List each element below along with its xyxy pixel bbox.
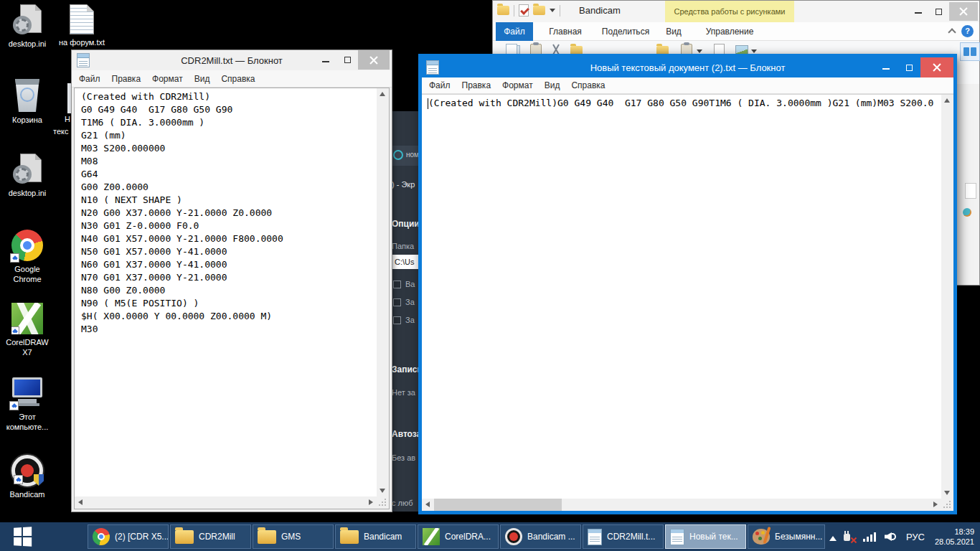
tab-manage[interactable]: Управление [694,22,765,41]
desktop-icon-desktop-ini-1[interactable]: desktop.ini [0,4,55,49]
properties-check-icon[interactable] [519,4,529,17]
notepad2-window: Новый текстовый документ (2).txt — Блокн… [418,54,957,514]
desktop-icon-label: Chrome [13,275,41,283]
help-icon[interactable]: ? [961,25,974,37]
taskbar-item-bandicam-app[interactable]: Bandicam ... [500,524,581,549]
tab-share[interactable]: Поделиться [595,22,656,41]
tab-view[interactable]: Вид [658,22,689,41]
text-file-icon [70,4,94,34]
ribbon-tab-row: Файл Главная Поделиться Вид Управление ? [493,22,979,41]
menu-format[interactable]: Формат [496,78,539,93]
bandicam-record-status: Нет за [392,388,415,397]
network-signal-icon[interactable] [863,532,876,542]
hidden-icon-label-line2: текс [53,127,68,136]
desktop-icon-desktop-ini-2[interactable]: desktop.ini [0,154,55,198]
vertical-scrollbar[interactable] [377,88,389,496]
language-indicator[interactable]: РУС [906,532,925,542]
notepad2-text-area[interactable]: (Created with CDR2Mill)G0 G49 G40 G17 G8… [422,95,941,499]
desktop-icon-this-pc[interactable]: Этот компьюте... [0,377,55,432]
close-button[interactable] [949,2,978,21]
resize-grip[interactable] [941,499,953,511]
vertical-scrollbar[interactable] [941,95,953,499]
menu-view[interactable]: Вид [539,78,566,93]
coreldraw-icon [11,303,43,334]
desktop-icon-google-chrome[interactable]: Google Chrome [0,230,55,284]
clock[interactable]: 18:39 28.05.2021 [935,527,974,547]
bandicam-check3-label: За [405,316,415,324]
taskbar-item-chrome[interactable]: (2) [CDR X5... [88,524,169,549]
shortcut-arrow-icon [11,326,19,334]
folder-icon[interactable] [497,6,509,15]
taskbar-item-notepad-cdr2mill[interactable]: CDR2Mill.t... [583,524,664,549]
minimize-button[interactable] [908,2,928,21]
notepad1-text-area[interactable]: (Created with CDR2Mill) G0 G49 G40 G17 G… [75,88,377,496]
bandicam-home-label: ном [406,151,419,159]
horizontal-scrollbar[interactable] [75,496,377,509]
minimize-button[interactable] [875,57,897,77]
checkbox[interactable] [393,298,401,306]
taskbar-item-notepad-new-active[interactable]: Новый тек... [665,524,746,549]
tab-home[interactable]: Главная [540,22,590,41]
chrome-icon [93,528,110,545]
tray-overflow-icon[interactable] [829,532,837,541]
menu-file[interactable]: Файл [423,78,456,93]
desktop-icon-recycle-bin[interactable]: Корзина [0,79,55,125]
menu-view[interactable]: Вид [189,72,216,86]
windows-logo-icon [14,527,32,546]
bandicam-folder-label: Папка [392,242,414,250]
gear-file-icon [13,4,42,36]
bandicam-autostart-status: Без ав [392,453,415,462]
navigation-pane-icon[interactable] [960,42,980,61]
quick-access-toolbar[interactable] [497,4,560,17]
menu-file[interactable]: Файл [73,72,106,86]
minimize-button[interactable] [315,50,336,70]
scrollbar-thumb[interactable] [434,499,562,511]
maximize-button[interactable] [897,57,920,77]
checkbox[interactable] [393,316,401,324]
horizontal-scrollbar[interactable] [422,499,941,511]
resize-grip[interactable] [377,496,389,509]
close-button[interactable] [358,50,390,70]
system-tray: РУС 18:39 28.05.2021 [829,522,980,551]
notepad1-window: CDR2Mill.txt — Блокнот Файл Правка Форма… [72,50,392,512]
desktop-icon-coreldraw-x7[interactable]: CorelDRAW X7 [0,303,55,357]
checkbox[interactable] [393,281,401,288]
bandicam-home-tab[interactable]: ном [387,146,420,166]
taskbar-item-label: Безымянн... [775,532,822,542]
volume-icon[interactable] [885,532,896,542]
maximize-button[interactable] [928,2,949,21]
menu-help[interactable]: Справка [215,72,260,86]
taskbar-item-folder-cdr2mill[interactable]: CDR2Mill [170,524,251,549]
desktop-icon-na-forum[interactable]: на форум.txt [55,4,109,47]
taskbar-item-label: Bandicam ... [527,532,575,542]
desktop-icon-bandicam[interactable]: Bandicam [0,455,55,499]
taskbar-item-label: (2) [CDR X5... [115,532,168,542]
menu-help[interactable]: Справка [565,78,611,93]
explorer-window-title: Bandicam [579,5,621,16]
taskbar-item-coreldraw[interactable]: CorelDRA... [418,524,499,549]
chrome-icon [11,230,43,261]
start-button[interactable] [0,522,44,551]
taskbar-item-folder-gms[interactable]: GMS [253,524,334,549]
notepad1-title-bar[interactable]: CDR2Mill.txt — Блокнот [72,50,392,70]
qat-dropdown-icon[interactable] [550,9,555,15]
desktop-icon-label: Корзина [0,115,55,125]
notepad2-title-bar[interactable]: Новый текстовый документ (2).txt — Блокн… [422,57,953,77]
menu-format[interactable]: Формат [146,72,189,86]
bandicam-screen-mode-fragment: ) - Экр [392,180,415,189]
menu-edit[interactable]: Правка [106,72,147,86]
explorer-title-bar[interactable]: Bandicam Средства работы с рисунками [493,1,979,22]
maximize-button[interactable] [336,50,358,70]
new-folder-icon[interactable] [533,6,545,15]
power-status-icon[interactable] [844,532,854,542]
taskbar-item-folder-bandicam[interactable]: Bandicam [335,524,416,549]
shortcut-arrow-icon [9,401,19,410]
close-button[interactable] [920,57,953,77]
shortcut-arrow-icon [10,253,19,263]
bandicam-path-field[interactable]: C:\Us [392,255,420,269]
text-cursor [428,98,428,109]
menu-edit[interactable]: Правка [456,78,497,93]
taskbar-item-paint[interactable]: Безымянн... [748,524,825,549]
ribbon-collapse-icon[interactable] [948,28,956,36]
tab-file[interactable]: Файл [496,22,533,41]
